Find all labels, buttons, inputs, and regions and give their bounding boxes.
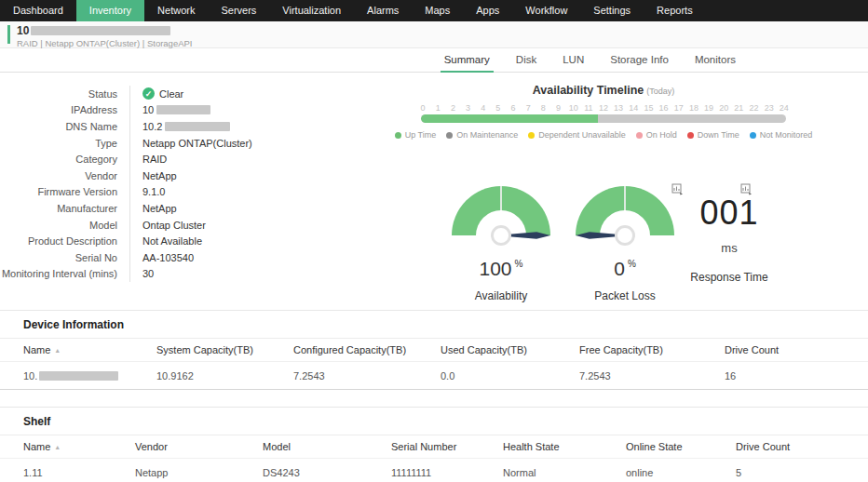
column-label: Name — [23, 441, 50, 452]
nav-item-dashboard[interactable]: Dashboard — [0, 0, 76, 21]
cell-name: 1.11 — [23, 467, 135, 478]
hour-tick: 11 — [581, 103, 596, 113]
cell-online-state: online — [626, 467, 736, 478]
timeline-legend: Up Time On Maintenance Dependent Unavail… — [410, 130, 797, 140]
device-details: Status ✓ Clear IPAddress 10 DNS Name 10.… — [0, 86, 252, 282]
cell-serial-number: 11111111 — [391, 467, 503, 478]
shelf-title: Shelf — [0, 408, 868, 435]
redacted-device-name — [31, 26, 170, 35]
column-header-configured-capacity[interactable]: Configured Capacity(TB) — [293, 344, 441, 355]
column-header-free-capacity[interactable]: Free Capacity(TB) — [579, 344, 725, 355]
timeline-hour-scale: 0123456789101112131415161718192021222324 — [415, 103, 792, 113]
detail-value: NetApp — [130, 203, 177, 214]
tab-storage-info[interactable]: Storage Info — [608, 54, 671, 72]
nav-item-settings[interactable]: Settings — [580, 0, 644, 21]
response-time-value: 001 — [672, 194, 786, 233]
nav-item-apps[interactable]: Apps — [463, 0, 512, 21]
legend-item-not-monitored: Not Monitored — [750, 130, 813, 140]
response-time-unit: ms — [672, 241, 786, 255]
cell-vendor: Netapp — [135, 467, 263, 478]
nav-item-servers[interactable]: Servers — [208, 0, 269, 21]
detail-row-manufacturer: Manufacturer NetApp — [0, 200, 252, 217]
device-title: 10 — [17, 24, 868, 37]
detail-label: Category — [0, 151, 130, 167]
shelf-row: 1.11 Netapp DS4243 11111111 Normal onlin… — [0, 459, 868, 482]
hour-tick: 10 — [566, 103, 581, 113]
ip-prefix: 10 — [142, 104, 154, 115]
shelf-header: Name▲ Vendor Model Serial Number Health … — [0, 435, 868, 459]
detail-row-monitoring-interval: Monitoring Interval (mins) 30 — [0, 266, 252, 283]
gauge-tick — [500, 186, 502, 211]
nav-item-workflow[interactable]: Workflow — [512, 0, 580, 21]
hour-tick: 3 — [460, 103, 475, 113]
hour-tick: 2 — [445, 103, 460, 113]
tab-summary[interactable]: Summary — [442, 54, 492, 72]
device-information-title: Device Information — [0, 311, 868, 339]
detail-value: 10 — [130, 104, 210, 115]
detail-row-type: Type Netapp ONTAP(Cluster) — [0, 135, 252, 152]
hour-tick: 9 — [550, 103, 565, 113]
detail-label: DNS Name — [0, 118, 130, 135]
column-header-health-state[interactable]: Health State — [503, 441, 626, 452]
legend-item-on-hold: On Hold — [636, 130, 677, 140]
column-header-name[interactable]: Name▲ — [23, 441, 135, 452]
cell-name: 10. — [23, 370, 156, 382]
sort-asc-icon: ▲ — [54, 444, 61, 450]
hour-tick: 5 — [491, 103, 506, 113]
hour-tick: 12 — [596, 103, 611, 113]
dns-prefix: 10.2 — [142, 121, 162, 132]
column-header-used-capacity[interactable]: Used Capacity(TB) — [441, 344, 579, 355]
redacted-device-row-name — [39, 371, 118, 381]
cell-health-state: Normal — [503, 467, 626, 478]
column-header-drive-count[interactable]: Drive Count — [736, 441, 868, 452]
gauge-dial — [452, 186, 550, 235]
hour-tick: 16 — [657, 103, 671, 113]
legend-item-up-time: Up Time — [395, 130, 437, 140]
response-time-label: Response Time — [672, 271, 786, 284]
hour-tick: 23 — [762, 103, 777, 113]
legend-dot — [395, 132, 401, 139]
cell-model: DS4243 — [263, 467, 391, 478]
accent-bar — [7, 25, 10, 44]
column-header-drive-count[interactable]: Drive Count — [725, 344, 868, 355]
timeline-bar[interactable] — [421, 114, 786, 123]
column-header-vendor[interactable]: Vendor — [135, 441, 263, 452]
column-header-online-state[interactable]: Online State — [626, 441, 736, 452]
hour-tick: 22 — [746, 103, 761, 113]
availability-value: 100% — [451, 258, 551, 280]
detail-row-serial-no: Serial No AA-103540 — [0, 249, 252, 266]
nav-item-network[interactable]: Network — [144, 0, 208, 21]
sort-asc-icon: ▲ — [54, 347, 61, 354]
availability-gauge: 100% Availability — [451, 186, 551, 302]
column-header-name[interactable]: Name▲ — [23, 344, 156, 355]
nav-item-reports[interactable]: Reports — [644, 0, 706, 21]
tab-lun[interactable]: LUN — [561, 54, 586, 72]
nav-item-alarms[interactable]: Alarms — [354, 0, 412, 21]
hour-tick: 4 — [476, 103, 491, 113]
device-name-prefix: 10. — [23, 370, 37, 382]
legend-label: Not Monitored — [760, 130, 813, 140]
column-header-serial-number[interactable]: Serial Number — [391, 441, 503, 452]
timeline-subtitle: (Today) — [646, 87, 674, 96]
nav-item-virtualization[interactable]: Virtualization — [269, 0, 354, 21]
status-text: Clear — [159, 88, 183, 100]
nav-item-inventory[interactable]: Inventory — [76, 0, 144, 21]
legend-label: Up Time — [405, 130, 437, 140]
legend-label: On Hold — [646, 130, 677, 140]
packet-loss-value: 0% — [575, 258, 675, 280]
device-title-text: 10 — [17, 24, 29, 37]
detail-row-ipaddress: IPAddress 10 — [0, 102, 252, 119]
tab-disk[interactable]: Disk — [514, 54, 538, 72]
tab-monitors[interactable]: Monitors — [693, 54, 738, 72]
gauge-hub — [615, 225, 635, 246]
column-header-model[interactable]: Model — [263, 441, 391, 452]
nav-item-maps[interactable]: Maps — [412, 0, 463, 21]
detail-value: 30 — [130, 268, 154, 279]
column-header-system-capacity[interactable]: System Capacity(TB) — [156, 344, 293, 355]
device-subtitle: RAID | Netapp ONTAP(Cluster) | StorageAP… — [17, 38, 868, 48]
packet-loss-number: 0 — [614, 258, 625, 279]
detail-value: 10.2 — [130, 121, 230, 132]
detail-value: Ontap Cluster — [130, 220, 206, 231]
hour-tick: 6 — [506, 103, 521, 113]
hour-tick: 8 — [536, 103, 550, 113]
